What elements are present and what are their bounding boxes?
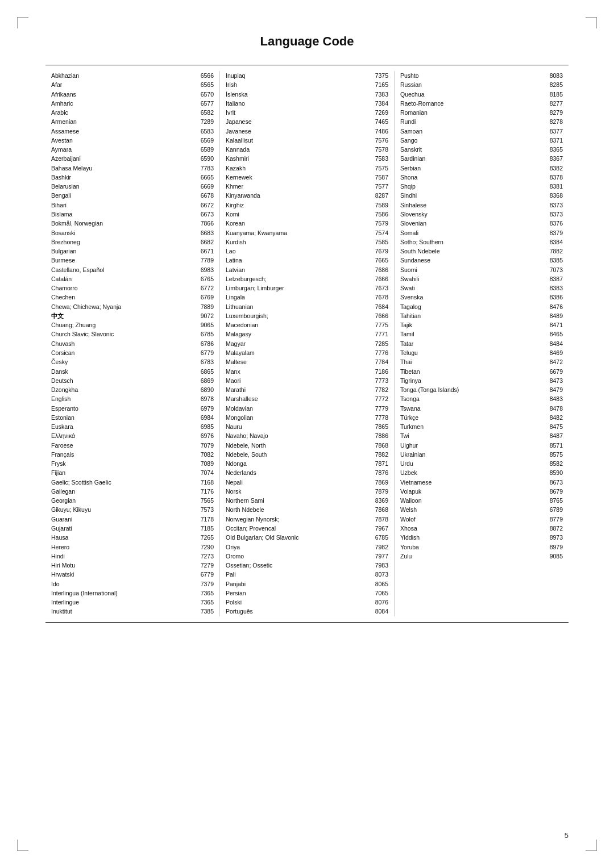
- language-code: 7379: [201, 579, 214, 589]
- language-code: 6984: [201, 413, 214, 422]
- language-code: 6566: [201, 71, 214, 80]
- list-item: Japanese7465: [226, 117, 388, 126]
- language-code: 7186: [375, 367, 388, 376]
- list-item: Malagasy7771: [226, 329, 388, 339]
- language-code: 7876: [375, 468, 388, 477]
- list-item: Deutsch6869: [51, 376, 214, 385]
- language-name: Twi: [400, 431, 550, 440]
- language-name: Panjabi: [226, 579, 375, 589]
- language-code: 8385: [550, 256, 563, 265]
- language-code: 8765: [550, 496, 563, 505]
- language-code: 6978: [201, 394, 214, 403]
- language-name: Persian: [226, 589, 375, 598]
- language-name: Samoan: [400, 127, 550, 136]
- language-name: Old Bulgarian; Old Slavonic: [226, 533, 375, 542]
- language-code: 8779: [550, 515, 563, 524]
- list-item: Welsh6789: [400, 505, 563, 514]
- language-code: 7265: [201, 533, 214, 542]
- list-item: Herero7290: [51, 542, 214, 552]
- language-code: 8489: [550, 311, 563, 320]
- list-item: Catalán6765: [51, 274, 214, 283]
- list-item: Abkhazian6566: [51, 71, 214, 80]
- language-code: 7977: [375, 552, 388, 561]
- language-name: Zulu: [400, 552, 550, 561]
- list-item: Sanskrit8365: [400, 145, 563, 154]
- list-item: Romanian8279: [400, 108, 563, 117]
- list-item: Walloon8765: [400, 496, 563, 505]
- language-code: 7789: [201, 256, 214, 265]
- language-code: 6869: [201, 376, 214, 385]
- language-name: Bahasa Melayu: [51, 164, 201, 173]
- language-code: 6565: [201, 80, 214, 89]
- language-code: 7375: [375, 71, 388, 80]
- list-item: Tahitian8489: [400, 311, 563, 320]
- language-name: Português: [226, 607, 375, 616]
- list-item: Türkçe8482: [400, 413, 563, 422]
- language-code: 8471: [550, 320, 563, 329]
- language-code: 7879: [375, 487, 388, 496]
- list-item: Northern Sami8369: [226, 496, 388, 505]
- language-name: Yiddish: [400, 533, 550, 542]
- language-name: Nepali: [226, 478, 375, 487]
- language-code: 8185: [550, 90, 563, 99]
- language-code: 7771: [375, 329, 388, 339]
- language-code: 7779: [375, 404, 388, 413]
- language-name: Dzongkha: [51, 385, 201, 394]
- language-name: English: [51, 394, 201, 403]
- language-code: 8482: [550, 413, 563, 422]
- list-item: Gikuyu; Kikuyu7573: [51, 505, 214, 514]
- corner-mark-br: [586, 840, 597, 851]
- language-code: 7889: [201, 302, 214, 311]
- language-code: 7983: [375, 561, 388, 570]
- language-code: 6785: [201, 329, 214, 339]
- language-code: 7673: [375, 283, 388, 293]
- language-code: 8571: [550, 441, 563, 450]
- list-item: Sotho; Southern8384: [400, 237, 563, 247]
- language-code: 8478: [550, 404, 563, 413]
- language-code: 8285: [550, 80, 563, 89]
- language-code: 6669: [201, 182, 214, 191]
- list-item: Manx7186: [226, 367, 388, 376]
- language-name: Hausa: [51, 533, 201, 542]
- list-item: Telugu8469: [400, 348, 563, 357]
- list-item: Occitan; Provencal7967: [226, 524, 388, 533]
- language-code: 6772: [201, 283, 214, 293]
- list-item: Français7082: [51, 450, 214, 459]
- language-name: South Ndebele: [400, 247, 550, 256]
- list-item: Chamorro6772: [51, 283, 214, 293]
- list-item: Chechen6769: [51, 293, 214, 302]
- language-name: Inupiaq: [226, 71, 375, 80]
- language-name: Slovenian: [400, 219, 550, 228]
- language-name: Thai: [400, 357, 550, 366]
- language-name: Malayalam: [226, 348, 375, 357]
- language-code: 8973: [550, 533, 563, 542]
- language-name: Tonga (Tonga Islands): [400, 385, 550, 394]
- language-name: Burmese: [51, 256, 201, 265]
- language-code: 8465: [550, 329, 563, 339]
- language-code: 7176: [201, 487, 214, 496]
- list-item: Mongolian7778: [226, 413, 388, 422]
- language-code: 7579: [375, 219, 388, 228]
- list-item: Gallegan7176: [51, 487, 214, 496]
- language-code: 7082: [201, 450, 214, 459]
- language-name: Turkmen: [400, 422, 550, 431]
- list-item: Tibetan6679: [400, 367, 563, 376]
- language-code: 7868: [375, 441, 388, 450]
- list-item: Slovenian8376: [400, 219, 563, 228]
- language-code: 6682: [201, 237, 214, 247]
- language-name: Armenian: [51, 117, 201, 126]
- language-name: Česky: [51, 357, 201, 366]
- list-item: Malayalam7776: [226, 348, 388, 357]
- language-code: 8084: [375, 607, 388, 616]
- language-code: 7678: [375, 293, 388, 302]
- language-code: 6569: [201, 136, 214, 145]
- language-name: Somali: [400, 228, 550, 237]
- language-code: 8575: [550, 450, 563, 459]
- language-code: 7686: [375, 265, 388, 274]
- language-name: Sotho; Southern: [400, 237, 550, 247]
- language-name: Nauru: [226, 422, 375, 431]
- language-name: Tahitian: [400, 311, 550, 320]
- language-code: 6679: [550, 367, 563, 376]
- list-item: Chuang; Zhuang9065: [51, 320, 214, 329]
- language-name: Frysk: [51, 459, 201, 468]
